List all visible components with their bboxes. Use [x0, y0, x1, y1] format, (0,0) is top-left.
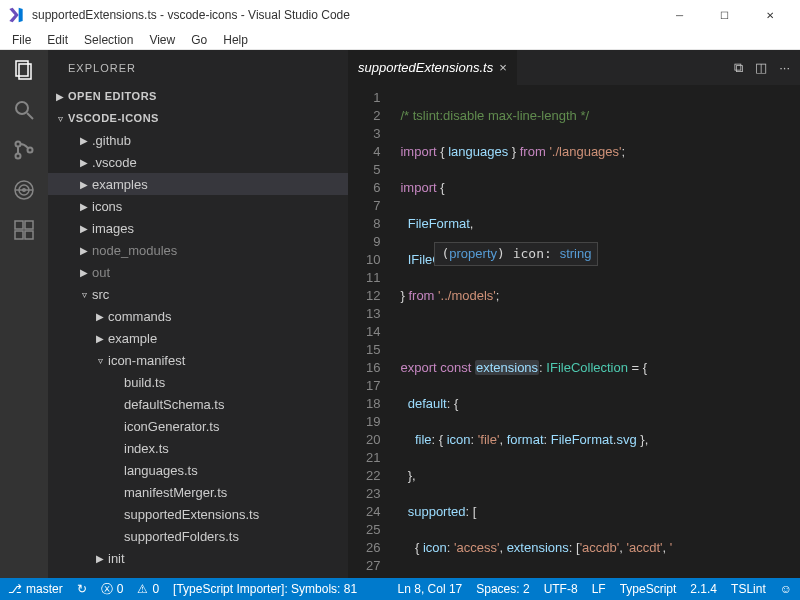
tree-item[interactable]: languages.ts [48, 459, 348, 481]
status-bar: ⎇ master ↻ ⓧ 0 ⚠ 0 [TypeScript Importer]… [0, 578, 800, 600]
tree-item[interactable]: ▶icons [48, 195, 348, 217]
tree-item[interactable]: manifestMerger.ts [48, 481, 348, 503]
toggle-panel-icon[interactable]: ◫ [755, 60, 767, 76]
tree-item[interactable]: iconGenerator.ts [48, 415, 348, 437]
explorer-icon[interactable] [12, 58, 36, 82]
twisty-icon: ▶ [76, 201, 92, 212]
split-editor-icon[interactable]: ⧉ [734, 60, 743, 76]
tree-item-label: manifestMerger.ts [124, 485, 227, 500]
svg-rect-13 [25, 231, 33, 239]
more-actions-icon[interactable]: ··· [779, 60, 790, 76]
cursor-position[interactable]: Ln 8, Col 17 [398, 582, 463, 596]
explorer-tree: ▶OPEN EDITORS ▿VSCODE-ICONS ▶.github▶.vs… [48, 85, 348, 578]
minimize-button[interactable]: ─ [657, 0, 702, 30]
tree-item[interactable]: ▶.vscode [48, 151, 348, 173]
tree-item-label: examples [92, 177, 148, 192]
twisty-icon: ▶ [76, 179, 92, 190]
menubar: File Edit Selection View Go Help [0, 30, 800, 50]
tree-item-label: supportedFolders.ts [124, 529, 239, 544]
tree-item-label: icon-manifest [108, 353, 185, 368]
twisty-icon: ▶ [76, 223, 92, 234]
tree-item[interactable]: defaultSchema.ts [48, 393, 348, 415]
tree-item[interactable]: ▶example [48, 327, 348, 349]
svg-point-10 [23, 189, 26, 192]
editor-tab[interactable]: supportedExtensions.ts × [348, 50, 517, 85]
tree-item[interactable]: ▶images [48, 217, 348, 239]
twisty-icon: ▶ [92, 311, 108, 322]
menu-view[interactable]: View [141, 33, 183, 47]
tree-item-label: init [108, 551, 125, 566]
close-window-button[interactable]: ✕ [747, 0, 792, 30]
indent-status[interactable]: Spaces: 2 [476, 582, 529, 596]
eol-status[interactable]: LF [592, 582, 606, 596]
line-gutter: 1234567891011121314151617181920212223242… [348, 85, 392, 578]
menu-go[interactable]: Go [183, 33, 215, 47]
maximize-button[interactable]: ☐ [702, 0, 747, 30]
svg-rect-12 [15, 231, 23, 239]
search-icon[interactable] [12, 98, 36, 122]
menu-file[interactable]: File [4, 33, 39, 47]
debug-icon[interactable] [12, 178, 36, 202]
svg-line-3 [27, 113, 33, 119]
tree-item[interactable]: supportedFolders.ts [48, 525, 348, 547]
code-area[interactable]: 1234567891011121314151617181920212223242… [348, 85, 800, 578]
tree-item-label: iconGenerator.ts [124, 419, 219, 434]
git-branch[interactable]: ⎇ master [8, 582, 63, 596]
menu-selection[interactable]: Selection [76, 33, 141, 47]
sync-icon[interactable]: ↻ [77, 582, 87, 596]
ts-version[interactable]: 2.1.4 [690, 582, 717, 596]
extensions-icon[interactable] [12, 218, 36, 242]
tree-item-label: build.ts [124, 375, 165, 390]
editor-group: supportedExtensions.ts × ⧉ ◫ ··· 1234567… [348, 50, 800, 578]
feedback-icon[interactable]: ☺ [780, 582, 792, 596]
tree-item[interactable]: ▶out [48, 261, 348, 283]
tree-item-label: .vscode [92, 155, 137, 170]
titlebar: supportedExtensions.ts - vscode-icons - … [0, 0, 800, 30]
tree-item-label: commands [108, 309, 172, 324]
tree-item-label: icons [92, 199, 122, 214]
tree-item[interactable]: supportedExtensions.ts [48, 503, 348, 525]
twisty-icon: ▶ [76, 135, 92, 146]
sidebar-title: EXPLORER [48, 50, 348, 85]
hover-tooltip: (property) icon: string [434, 242, 598, 266]
close-tab-icon[interactable]: × [499, 60, 507, 75]
warnings-count[interactable]: ⚠ 0 [137, 582, 159, 596]
tree-item[interactable]: ▿src [48, 283, 348, 305]
errors-count[interactable]: ⓧ 0 [101, 581, 124, 598]
tree-item[interactable]: ▶examples [48, 173, 348, 195]
menu-edit[interactable]: Edit [39, 33, 76, 47]
vscode-logo-icon [8, 7, 24, 23]
tree-item[interactable]: ▿icon-manifest [48, 349, 348, 371]
project-section[interactable]: ▿VSCODE-ICONS [48, 107, 348, 129]
svg-rect-14 [25, 221, 33, 229]
tree-item-label: index.ts [124, 441, 169, 456]
tree-item-label: defaultSchema.ts [124, 397, 224, 412]
tree-item[interactable]: ▶.github [48, 129, 348, 151]
tab-label: supportedExtensions.ts [358, 60, 493, 75]
encoding-status[interactable]: UTF-8 [544, 582, 578, 596]
tree-item[interactable]: ▶init [48, 547, 348, 569]
svg-point-5 [16, 154, 21, 159]
sidebar: EXPLORER ▶OPEN EDITORS ▿VSCODE-ICONS ▶.g… [48, 50, 348, 578]
menu-help[interactable]: Help [215, 33, 256, 47]
language-status[interactable]: TypeScript [620, 582, 677, 596]
source-control-icon[interactable] [12, 138, 36, 162]
open-editors-section[interactable]: ▶OPEN EDITORS [48, 85, 348, 107]
twisty-icon: ▶ [76, 157, 92, 168]
svg-point-4 [16, 142, 21, 147]
tree-item[interactable]: index.ts [48, 437, 348, 459]
twisty-icon: ▿ [92, 355, 108, 366]
ts-importer-status[interactable]: [TypeScript Importer]: Symbols: 81 [173, 582, 357, 596]
svg-point-2 [16, 102, 28, 114]
twisty-icon: ▶ [92, 553, 108, 564]
code-content[interactable]: /* tslint:disable max-line-length */ imp… [392, 85, 800, 578]
tree-item-label: example [108, 331, 157, 346]
tree-item-label: languages.ts [124, 463, 198, 478]
tree-item[interactable]: ▶commands [48, 305, 348, 327]
tslint-status[interactable]: TSLint [731, 582, 766, 596]
svg-point-6 [28, 148, 33, 153]
svg-rect-11 [15, 221, 23, 229]
tree-item-label: out [92, 265, 110, 280]
tree-item[interactable]: build.ts [48, 371, 348, 393]
tree-item[interactable]: ▶node_modules [48, 239, 348, 261]
